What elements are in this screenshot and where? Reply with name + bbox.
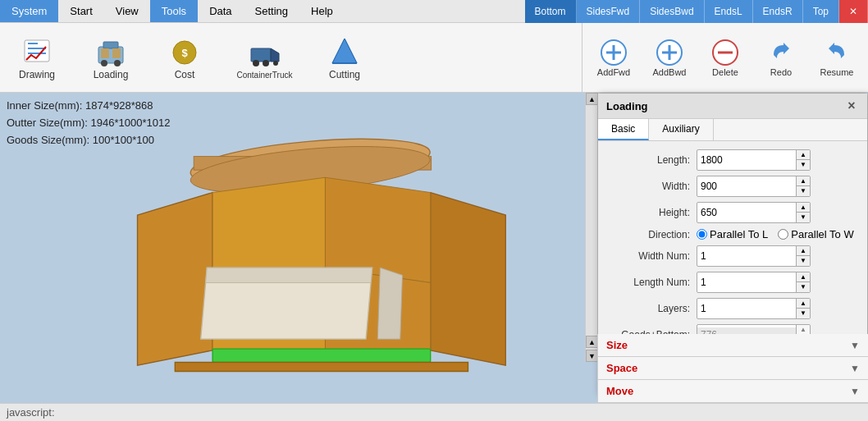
toolbar-containertruck[interactable]: ContainerTruck xyxy=(230,33,299,83)
section-size-title: Size xyxy=(606,339,628,351)
section-size: Size ▼ xyxy=(598,334,868,357)
height-spin-down[interactable]: ▼ xyxy=(797,213,810,222)
action-delete[interactable]: Delete xyxy=(701,34,750,80)
section-size-header[interactable]: Size ▼ xyxy=(598,334,868,356)
section-space: Space ▼ xyxy=(598,357,868,380)
toolbar-cost[interactable]: $ Cost xyxy=(156,31,213,84)
svg-point-16 xyxy=(273,61,278,66)
svg-point-6 xyxy=(101,60,107,66)
delete-icon xyxy=(710,38,740,67)
svg-rect-8 xyxy=(101,48,109,58)
cost-icon: $ xyxy=(168,34,201,67)
section-space-title: Space xyxy=(606,362,637,374)
layers-spin-down[interactable]: ▼ xyxy=(797,309,810,318)
length-input[interactable] xyxy=(697,153,796,167)
toolbar: Drawing Loading $ xyxy=(0,23,868,93)
height-input-wrap: ▲ ▼ xyxy=(697,202,811,223)
cost-label: Cost xyxy=(175,69,195,80)
section-space-header[interactable]: Space ▼ xyxy=(598,357,868,379)
menu-help[interactable]: Help xyxy=(299,0,345,22)
radio-parallel-w[interactable]: Parallel To W xyxy=(778,228,853,240)
action-redo[interactable]: Redo xyxy=(756,34,806,80)
length-num-label: Length Num: xyxy=(606,277,697,288)
right-panel-bottom: Size ▼ Space ▼ Move ▼ xyxy=(597,334,868,403)
form-row-length-num: Length Num: ▲ ▼ xyxy=(606,272,859,293)
layers-spin-up[interactable]: ▲ xyxy=(797,299,810,309)
width-spin-up[interactable]: ▲ xyxy=(797,176,810,186)
height-spin-up[interactable]: ▲ xyxy=(797,203,810,213)
form-row-width: Width: ▲ ▼ xyxy=(606,176,859,197)
dialog-tab-basic[interactable]: Basic xyxy=(598,119,649,140)
tab-top[interactable]: Top xyxy=(803,0,839,23)
toolbar-drawing[interactable]: Drawing xyxy=(8,31,66,84)
length-num-spin-up[interactable]: ▲ xyxy=(797,272,810,282)
toolbar-loading[interactable]: Loading xyxy=(82,31,139,84)
tab-close[interactable]: ✕ xyxy=(839,0,868,23)
dialog-tab-auxiliary[interactable]: Auxiliary xyxy=(649,119,713,140)
tab-sidesbwd[interactable]: SidesBwd xyxy=(640,0,704,23)
action-resume[interactable]: Resume xyxy=(812,34,861,80)
section-move: Move ▼ xyxy=(598,380,868,403)
top-action-bar: Bottom SidesFwd SidesBwd EndsL EndsR Top… xyxy=(525,0,869,23)
tab-sidesfwd[interactable]: SidesFwd xyxy=(577,0,641,23)
width-num-input[interactable] xyxy=(697,249,796,263)
main-content: Inner Size(mm): 1874*928*868 Outter Size… xyxy=(0,93,868,403)
form-row-height: Height: ▲ ▼ xyxy=(606,202,859,223)
width-input[interactable] xyxy=(697,179,796,194)
svg-marker-13 xyxy=(271,48,279,62)
height-spinners: ▲ ▼ xyxy=(796,203,810,222)
menu-start[interactable]: Start xyxy=(58,0,103,22)
menu-system[interactable]: System xyxy=(0,0,58,22)
svg-marker-17 xyxy=(332,39,357,63)
menu-data[interactable]: Data xyxy=(198,0,243,22)
redo-icon xyxy=(766,38,796,67)
scroll-mid2[interactable]: ▼ xyxy=(586,350,598,362)
tab-endsl[interactable]: EndsL xyxy=(705,0,753,23)
width-num-spin-down[interactable]: ▼ xyxy=(797,256,810,266)
menu-view[interactable]: View xyxy=(104,0,150,22)
svg-rect-33 xyxy=(212,349,431,362)
radio-parallel-l-input[interactable] xyxy=(697,229,707,240)
svg-text:$: $ xyxy=(181,47,188,59)
menu-setting[interactable]: Setting xyxy=(244,0,299,22)
svg-point-15 xyxy=(263,60,269,66)
radio-parallel-l-label: Parallel To L xyxy=(710,228,768,240)
section-move-title: Move xyxy=(606,385,633,397)
width-spinners: ▲ ▼ xyxy=(796,176,810,196)
svg-point-7 xyxy=(114,60,121,66)
tab-endsr[interactable]: EndsR xyxy=(753,0,803,23)
scroll-mid1[interactable]: ▲ xyxy=(586,336,598,348)
layers-input[interactable] xyxy=(697,301,796,316)
radio-parallel-w-input[interactable] xyxy=(778,229,788,240)
length-num-spin-down[interactable]: ▼ xyxy=(797,282,810,292)
menu-tools[interactable]: Tools xyxy=(150,0,198,22)
length-num-spinners: ▲ ▼ xyxy=(796,272,810,292)
section-move-header[interactable]: Move ▼ xyxy=(598,380,868,402)
length-label: Length: xyxy=(606,154,697,166)
top-bar-wrapper: System Start View Tools Data Setting Hel… xyxy=(0,0,868,93)
dialog-close-btn[interactable]: × xyxy=(844,98,859,113)
scroll-up[interactable]: ▲ xyxy=(586,93,598,105)
width-num-spin-up[interactable]: ▲ xyxy=(797,246,810,256)
radio-parallel-l[interactable]: Parallel To L xyxy=(697,228,768,240)
toolbar-cutting[interactable]: Cutting xyxy=(316,31,373,84)
cutting-label: Cutting xyxy=(329,69,360,80)
tab-bottom[interactable]: Bottom xyxy=(525,0,577,23)
section-space-collapse-icon: ▼ xyxy=(850,363,860,374)
scroll-bar-area: ▲ ▲ ▼ xyxy=(585,93,597,362)
height-input[interactable] xyxy=(697,205,796,220)
length-num-input[interactable] xyxy=(697,275,796,290)
layers-input-wrap: ▲ ▼ xyxy=(697,298,811,319)
width-spin-down[interactable]: ▼ xyxy=(797,186,810,196)
addbwd-icon xyxy=(655,38,684,67)
length-num-input-wrap: ▲ ▼ xyxy=(697,272,811,293)
svg-rect-5 xyxy=(103,42,118,48)
length-spin-down[interactable]: ▼ xyxy=(797,160,810,170)
length-input-wrap: ▲ ▼ xyxy=(697,149,811,171)
action-bar: AddFwd AddBwd xyxy=(582,23,868,93)
delete-label: Delete xyxy=(712,67,738,77)
dialog-title-bar: Loading × xyxy=(598,94,867,119)
action-addbwd[interactable]: AddBwd xyxy=(645,34,694,80)
length-spin-up[interactable]: ▲ xyxy=(797,150,810,160)
action-addfwd[interactable]: AddFwd xyxy=(589,34,638,80)
